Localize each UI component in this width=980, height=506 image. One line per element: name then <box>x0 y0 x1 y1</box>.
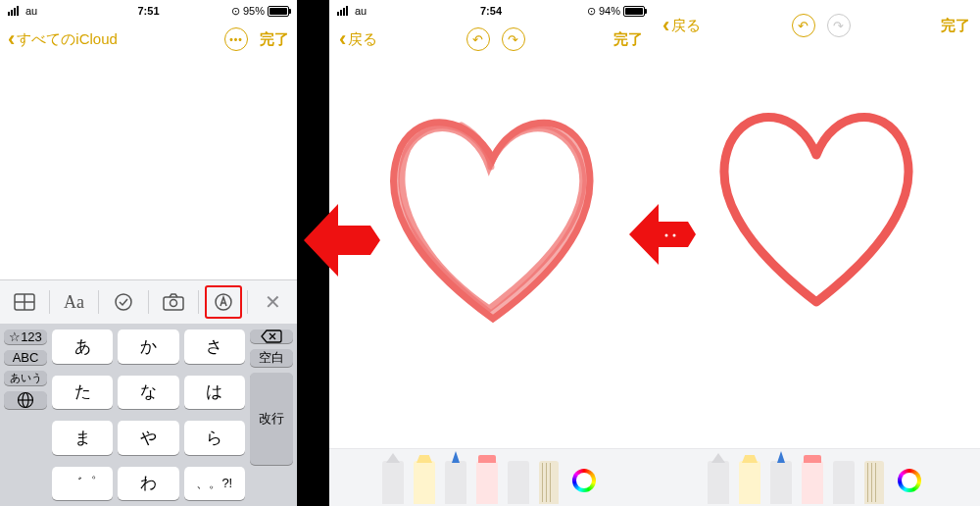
arrow-icon <box>623 196 700 273</box>
nav-bar: ‹ すべてのiCloud ••• 完了 <box>0 22 297 57</box>
svg-rect-2 <box>14 8 16 16</box>
pen-tool[interactable] <box>708 461 729 504</box>
camera-button[interactable] <box>149 293 198 311</box>
pen-tool[interactable] <box>382 461 404 504</box>
key-kana[interactable]: あいう <box>4 371 47 385</box>
key-space[interactable]: 空白 <box>250 349 293 367</box>
key-ka[interactable]: か <box>118 329 178 364</box>
checklist-button[interactable] <box>99 292 148 312</box>
back-label: 戻る <box>348 30 377 49</box>
clock: 7:51 <box>137 5 159 17</box>
nav-bar: ‹ 戻る ↶ ↷ 完了 <box>653 8 980 43</box>
nav-bar: ‹ 戻る ↶ ↷ 完了 <box>329 22 653 57</box>
format-button[interactable]: Aa <box>50 292 99 313</box>
table-button[interactable] <box>0 293 49 311</box>
svg-marker-19 <box>629 204 696 265</box>
chevron-left-icon: ‹ <box>339 26 346 52</box>
drawing-toolbar <box>653 448 980 506</box>
key-backspace[interactable] <box>250 329 293 343</box>
done-button[interactable]: 完了 <box>613 30 643 49</box>
svg-point-7 <box>116 294 131 310</box>
svg-point-21 <box>673 234 676 237</box>
key-dakuten[interactable]: ゛゜ <box>52 467 113 501</box>
alarm-icon: ⊙ <box>587 5 596 18</box>
key-ta[interactable]: た <box>52 376 113 410</box>
key-return[interactable]: 改行 <box>250 373 293 465</box>
alarm-icon: ⊙ <box>231 5 240 18</box>
eraser-tool[interactable] <box>476 461 498 504</box>
carrier-label: au <box>355 5 367 17</box>
undo-button[interactable]: ↶ <box>792 14 815 37</box>
battery-pct: 95% <box>243 5 265 17</box>
key-a[interactable]: あ <box>52 329 113 364</box>
svg-rect-3 <box>17 6 19 16</box>
battery-icon <box>623 6 645 17</box>
key-ha[interactable]: は <box>184 376 245 410</box>
svg-rect-15 <box>340 10 342 16</box>
key-ma[interactable]: ま <box>52 421 113 455</box>
lasso-tool[interactable] <box>508 461 529 504</box>
heart-drawing-clean <box>689 78 944 324</box>
redo-button[interactable]: ↷ <box>502 27 525 51</box>
back-button[interactable]: ‹ すべてのiCloud <box>8 30 118 49</box>
back-label: すべてのiCloud <box>17 30 118 49</box>
key-na[interactable]: な <box>118 376 178 410</box>
key-sa[interactable]: さ <box>184 329 245 364</box>
status-bar: au 7:54 ⊙ 94% <box>329 0 653 20</box>
carrier-label: au <box>25 5 37 17</box>
chevron-left-icon: ‹ <box>662 13 669 38</box>
pencil-tool[interactable] <box>445 461 466 504</box>
eraser-tool[interactable] <box>802 461 823 504</box>
key-abc[interactable]: ABC <box>4 350 47 365</box>
key-ya[interactable]: や <box>118 421 178 455</box>
dismiss-button[interactable]: ✕ <box>248 290 297 314</box>
undo-button[interactable]: ↶ <box>466 27 490 51</box>
svg-rect-16 <box>343 8 345 16</box>
signal-icon <box>8 6 22 16</box>
highlighter-tool[interactable] <box>414 461 435 504</box>
back-button[interactable]: ‹ 戻る <box>339 26 377 52</box>
clock: 7:54 <box>480 5 502 17</box>
battery-pct: 94% <box>599 5 620 17</box>
done-button[interactable]: 完了 <box>260 30 289 49</box>
arrow-icon <box>294 196 382 284</box>
more-button[interactable]: ••• <box>224 27 248 51</box>
highlighter-tool[interactable] <box>739 461 760 504</box>
key-globe[interactable] <box>4 391 47 409</box>
key-wa[interactable]: わ <box>118 467 178 501</box>
key-num[interactable]: ☆123 <box>4 329 47 344</box>
svg-rect-1 <box>11 10 13 16</box>
key-ra[interactable]: ら <box>184 421 245 455</box>
panel-notes-editor: au 7:51 ⊙ 95% ‹ すべてのiCloud ••• 完了 Aa ✕ <box>0 0 297 506</box>
done-button[interactable]: 完了 <box>941 17 970 35</box>
heart-drawing-sketchy <box>364 88 618 333</box>
svg-point-9 <box>170 300 176 307</box>
panel-sketch-after: ‹ 戻る ↶ ↷ 完了 <box>653 0 980 506</box>
color-picker[interactable] <box>572 469 596 492</box>
svg-point-20 <box>665 234 668 237</box>
back-button[interactable]: ‹ 戻る <box>662 13 701 38</box>
ruler-tool[interactable] <box>864 461 884 504</box>
key-punct[interactable]: 、。?! <box>184 467 245 501</box>
keyboard-toolbar: Aa ✕ <box>0 279 297 324</box>
keyboard: ☆123 ABC あいう あ か さ た な は ま <box>0 324 297 506</box>
svg-rect-14 <box>337 12 339 16</box>
battery-icon <box>268 6 289 17</box>
signal-icon <box>337 6 351 16</box>
status-bar: au 7:51 ⊙ 95% <box>0 0 297 20</box>
lasso-tool[interactable] <box>833 461 855 504</box>
markup-button[interactable] <box>199 285 248 319</box>
svg-rect-0 <box>8 12 10 16</box>
svg-rect-17 <box>346 6 348 16</box>
ruler-tool[interactable] <box>539 461 559 504</box>
back-label: 戻る <box>671 17 701 35</box>
pencil-tool[interactable] <box>770 461 792 504</box>
redo-button: ↷ <box>827 14 851 37</box>
drawing-toolbar <box>329 448 653 506</box>
color-picker[interactable] <box>898 469 921 492</box>
svg-marker-18 <box>304 204 380 277</box>
